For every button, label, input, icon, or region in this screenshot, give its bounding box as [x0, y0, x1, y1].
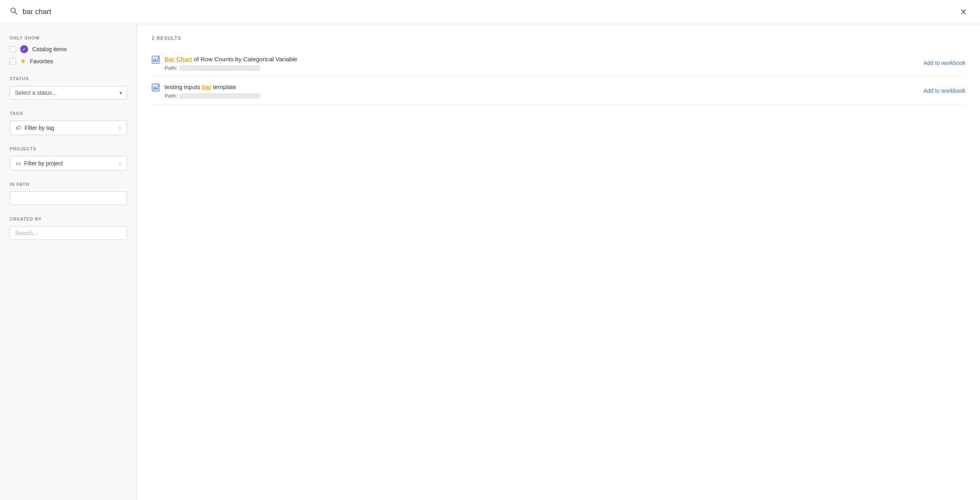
result-icon-0: [152, 56, 160, 65]
catalog-badge-icon: ✓: [20, 45, 28, 53]
result-title-1: testing inputs bar template: [165, 83, 965, 91]
modal-body: ONLY SHOW ✓ Catalog items ★ Favorites ST…: [0, 24, 980, 500]
path-label-0: Path:: [165, 65, 178, 71]
project-icon: ▭: [16, 160, 21, 167]
search-icon: [10, 7, 18, 17]
filter-by-project-button[interactable]: ▭ Filter by project ›: [10, 156, 127, 171]
status-section: STATUS Select a status... Active Draft D…: [10, 76, 127, 100]
catalog-items-label: Catalog items: [32, 46, 67, 52]
projects-title: PROJECTS: [10, 146, 127, 151]
favorites-label: Favorites: [30, 58, 53, 65]
result-path-row-0: Path:: [165, 65, 965, 71]
result-title-highlight-1: bar: [202, 83, 211, 90]
filter-by-project-label: Filter by project: [24, 160, 63, 167]
created-by-input[interactable]: [10, 226, 127, 240]
only-show-title: ONLY SHOW: [10, 35, 127, 40]
project-chevron-icon: ›: [119, 160, 121, 167]
in-path-input[interactable]: [10, 192, 127, 205]
in-path-title: IN PATH: [10, 182, 127, 187]
favorites-checkbox[interactable]: [10, 58, 16, 65]
result-body-1: testing inputs bar template Path:: [165, 83, 965, 99]
tags-title: TAGS: [10, 111, 127, 116]
projects-section: PROJECTS ▭ Filter by project ›: [10, 146, 127, 171]
result-item-1: testing inputs bar template Path: Add to…: [152, 77, 965, 105]
path-value-1: [179, 93, 260, 99]
add-to-workbook-button-1[interactable]: Add to workbook: [924, 86, 965, 96]
path-label-1: Path:: [165, 93, 178, 99]
only-show-section: ONLY SHOW ✓ Catalog items ★ Favorites: [10, 35, 127, 65]
result-item: Bar Chart of Row Counts by Categorical V…: [152, 49, 965, 77]
svg-line-1: [15, 12, 17, 15]
result-title-0: Bar Chart of Row Counts by Categorical V…: [165, 55, 965, 63]
result-path-row-1: Path:: [165, 93, 965, 99]
path-value-0: [179, 65, 260, 71]
close-button[interactable]: ✕: [957, 6, 970, 18]
search-modal: ✕ ONLY SHOW ✓ Catalog items ★ Favorites: [0, 0, 980, 500]
catalog-items-row[interactable]: ✓ Catalog items: [10, 45, 127, 53]
created-by-title: CREATED BY: [10, 217, 127, 221]
add-to-workbook-button-0[interactable]: Add to workbook: [924, 58, 965, 68]
main-content: 2 RESULTS Bar Chart of: [137, 24, 980, 500]
star-icon: ★: [20, 57, 26, 65]
tag-icon: 🏷: [16, 125, 21, 131]
created-by-section: CREATED BY: [10, 217, 127, 240]
status-select[interactable]: Select a status... Active Draft Deprecat…: [10, 86, 127, 100]
tag-chevron-icon: ›: [119, 125, 121, 131]
status-title: STATUS: [10, 76, 127, 81]
result-body-0: Bar Chart of Row Counts by Categorical V…: [165, 55, 965, 71]
catalog-items-checkbox[interactable]: [10, 46, 16, 52]
tags-section: TAGS 🏷 Filter by tag ›: [10, 111, 127, 135]
search-header: ✕: [0, 0, 980, 24]
result-icon-1: [152, 83, 160, 93]
favorites-row[interactable]: ★ Favorites: [10, 57, 127, 65]
search-input[interactable]: [23, 8, 952, 16]
results-count: 2 RESULTS: [152, 35, 965, 41]
status-select-wrap: Select a status... Active Draft Deprecat…: [10, 86, 127, 100]
in-path-section: IN PATH: [10, 182, 127, 205]
sidebar: ONLY SHOW ✓ Catalog items ★ Favorites ST…: [0, 24, 137, 500]
result-title-highlight-0: Bar Chart: [165, 56, 192, 62]
filter-by-tag-button[interactable]: 🏷 Filter by tag ›: [10, 121, 127, 135]
filter-by-tag-label: Filter by tag: [25, 125, 54, 131]
